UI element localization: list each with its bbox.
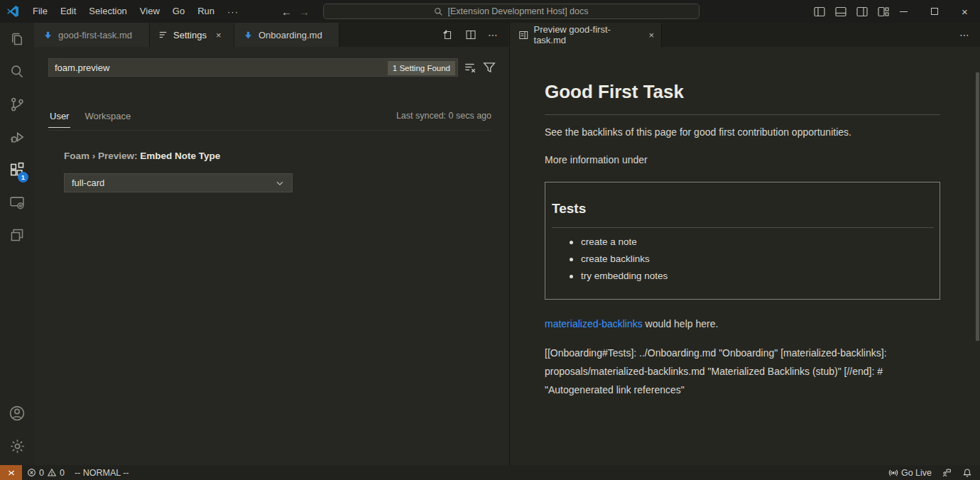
explorer-icon[interactable] <box>0 23 34 55</box>
search-sidebar-icon[interactable] <box>0 55 34 88</box>
tab-label: good-first-task.md <box>58 30 132 40</box>
preview-scrollbar[interactable] <box>976 72 979 341</box>
vscode-logo-icon <box>6 5 19 18</box>
more-actions-icon[interactable]: ⋯ <box>488 29 499 40</box>
list-item: create backlinks <box>570 253 668 264</box>
list-item: create a note <box>570 236 668 247</box>
open-settings-json-icon[interactable] <box>442 29 454 40</box>
embedded-note-title: Tests <box>552 201 586 217</box>
settings-editor-group: good-first-task.md Settings × Onboarding… <box>34 23 508 465</box>
extensions-icon[interactable]: 1 <box>0 153 34 186</box>
go-back-icon[interactable]: ← <box>281 6 292 18</box>
preview-paragraph: More information under <box>545 154 942 165</box>
clear-search-filters-icon[interactable] <box>464 61 477 74</box>
embedded-note-list: create a note create backlinks try embed… <box>570 236 668 288</box>
menu-bar: File Edit Selection View Go Run ··· <box>26 0 245 23</box>
close-tab-icon[interactable]: × <box>648 30 654 40</box>
tab-good-first-task[interactable]: good-first-task.md <box>34 23 150 47</box>
settings-editor: foam.preview 1 Setting Found User Worksp… <box>34 47 508 465</box>
run-debug-icon[interactable] <box>0 121 34 153</box>
live-share-button[interactable] <box>937 465 957 480</box>
layout-controls <box>814 0 889 23</box>
activity-bar: 1 <box>0 23 34 465</box>
menu-more-icon[interactable]: ··· <box>221 6 245 17</box>
maximize-button[interactable] <box>919 0 949 23</box>
menu-run[interactable]: Run <box>191 0 221 23</box>
go-live-button[interactable]: Go Live <box>883 465 937 480</box>
maximize-icon <box>931 8 938 15</box>
tab-label: Preview good-first-task.md <box>534 24 640 45</box>
preview-paragraph: See the backlinks of this page for good … <box>545 126 942 138</box>
remote-indicator[interactable] <box>0 465 22 480</box>
go-live-label: Go Live <box>901 468 932 478</box>
editor-actions: ⋯ <box>959 23 980 47</box>
markdown-file-icon <box>243 30 254 40</box>
filter-settings-icon[interactable] <box>483 61 496 74</box>
minimize-button[interactable] <box>888 0 919 23</box>
search-icon <box>434 7 443 16</box>
menu-file[interactable]: File <box>26 0 54 23</box>
settings-result-count-badge: 1 Setting Found <box>388 61 455 75</box>
history-navigation: ← → <box>281 0 310 23</box>
preview-title: Good First Task <box>545 81 940 115</box>
settings-search-input[interactable]: foam.preview 1 Setting Found <box>48 58 458 77</box>
close-icon: × <box>962 6 968 17</box>
vscode-window: File Edit Selection View Go Run ··· ← → … <box>0 0 980 480</box>
list-item: try embedding notes <box>570 271 668 281</box>
remote-explorer-icon[interactable] <box>0 186 34 219</box>
left-tab-strip: good-first-task.md Settings × Onboarding… <box>34 23 508 47</box>
editor-layouts-icon[interactable] <box>0 219 34 251</box>
tab-settings[interactable]: Settings × <box>150 23 234 47</box>
accounts-icon[interactable] <box>0 397 34 430</box>
settings-scope-tabs: User Workspace Last synced: 0 secs ago <box>48 109 491 131</box>
error-count: 0 <box>39 468 44 478</box>
menu-view[interactable]: View <box>134 0 166 23</box>
command-center-label: [Extension Development Host] docs <box>447 6 588 16</box>
close-tab-icon[interactable]: × <box>216 30 222 40</box>
vim-mode-indicator[interactable]: -- NORMAL -- <box>70 465 134 480</box>
settings-gear-icon[interactable] <box>0 430 34 462</box>
notifications-button[interactable] <box>957 465 980 480</box>
status-bar: 0 0 -- NORMAL -- Go Live <box>0 465 980 480</box>
menu-selection[interactable]: Selection <box>82 0 133 23</box>
source-control-icon[interactable] <box>0 88 34 121</box>
link-tail-text: would help here. <box>643 318 719 329</box>
dropdown-selected-value: full-card <box>72 178 104 188</box>
editor-actions: ⋯ <box>442 23 508 47</box>
toggle-primary-sidebar-icon[interactable] <box>814 6 825 17</box>
tab-onboarding[interactable]: Onboarding.md <box>234 23 339 47</box>
close-window-button[interactable]: × <box>949 0 980 23</box>
live-share-icon <box>942 468 952 478</box>
more-actions-icon[interactable]: ⋯ <box>959 29 970 40</box>
materialized-backlinks-link[interactable]: materialized-backlinks <box>545 318 643 329</box>
last-synced-label: Last synced: 0 secs ago <box>396 109 491 121</box>
split-editor-icon[interactable] <box>465 29 477 40</box>
settings-editor-icon <box>158 30 168 40</box>
minimize-icon <box>900 11 908 12</box>
setting-name: Embed Note Type <box>140 151 220 161</box>
embed-note-type-dropdown[interactable]: full-card <box>64 173 293 192</box>
menu-go[interactable]: Go <box>166 0 191 23</box>
window-controls: × <box>888 0 980 23</box>
error-icon <box>27 468 36 477</box>
scope-tab-workspace[interactable]: Workspace <box>83 109 132 127</box>
markdown-preview: Good First Task See the backlinks of thi… <box>510 47 980 465</box>
go-forward-icon[interactable]: → <box>299 6 310 18</box>
toggle-panel-icon[interactable] <box>835 6 846 17</box>
toggle-secondary-sidebar-icon[interactable] <box>856 6 868 17</box>
menu-edit[interactable]: Edit <box>54 0 82 23</box>
tab-preview-good-first-task[interactable]: Preview good-first-task.md × <box>510 23 662 47</box>
setting-embed-note-type: Foam › Preview: Embed Note Type full-car… <box>64 151 293 192</box>
problems-indicator[interactable]: 0 0 <box>22 465 70 480</box>
setting-category: Foam › Preview: <box>64 151 140 161</box>
chevron-down-icon <box>275 178 285 188</box>
customize-layout-icon[interactable] <box>878 6 889 17</box>
tab-label: Onboarding.md <box>258 30 322 40</box>
right-tab-strip: Preview good-first-task.md × ⋯ <box>510 23 980 47</box>
scope-tab-user[interactable]: User <box>48 109 70 128</box>
command-center[interactable]: [Extension Development Host] docs <box>323 4 699 19</box>
extensions-badge: 1 <box>18 172 28 182</box>
preview-paragraph: materialized-backlinks would help here. <box>545 318 942 329</box>
vim-mode-label: -- NORMAL -- <box>75 468 129 478</box>
setting-title: Foam › Preview: Embed Note Type <box>64 151 293 161</box>
